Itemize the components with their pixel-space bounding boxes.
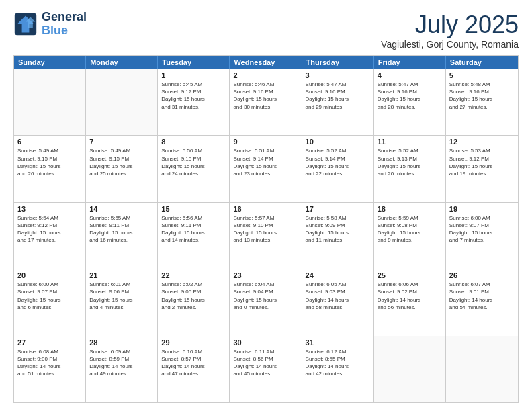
- day-number: 26: [449, 271, 515, 279]
- day-number: 2: [233, 71, 298, 79]
- cell-text: Sunrise: 5:59 AM Sunset: 9:08 PM Dayligh…: [378, 214, 442, 244]
- cell-text: Sunrise: 6:05 AM Sunset: 9:03 PM Dayligh…: [306, 281, 370, 311]
- cell-text: Sunrise: 5:57 AM Sunset: 9:10 PM Dayligh…: [233, 214, 298, 244]
- cell-text: Sunrise: 5:48 AM Sunset: 9:16 PM Dayligh…: [449, 81, 515, 111]
- calendar-body: 1Sunrise: 5:45 AM Sunset: 9:17 PM Daylig…: [14, 69, 518, 402]
- calendar-cell-day-22: 22Sunrise: 6:02 AM Sunset: 9:05 PM Dayli…: [158, 269, 230, 335]
- calendar-cell-day-3: 3Sunrise: 5:47 AM Sunset: 9:16 PM Daylig…: [302, 69, 374, 135]
- cell-text: Sunrise: 6:04 AM Sunset: 9:04 PM Dayligh…: [233, 281, 298, 311]
- calendar-cell-day-19: 19Sunrise: 6:00 AM Sunset: 9:07 PM Dayli…: [446, 203, 518, 269]
- calendar-cell-day-1: 1Sunrise: 5:45 AM Sunset: 9:17 PM Daylig…: [158, 69, 230, 135]
- day-number: 17: [306, 205, 370, 213]
- calendar-cell-day-9: 9Sunrise: 5:51 AM Sunset: 9:14 PM Daylig…: [230, 136, 302, 201]
- header: General Blue July 2025 Vagiulesti, Gorj …: [13, 11, 519, 50]
- day-number: 25: [378, 271, 442, 279]
- cell-text: Sunrise: 5:54 AM Sunset: 9:12 PM Dayligh…: [17, 214, 82, 244]
- day-number: 14: [89, 205, 154, 213]
- day-number: 7: [89, 138, 154, 146]
- calendar-cell-day-25: 25Sunrise: 6:06 AM Sunset: 9:02 PM Dayli…: [374, 269, 446, 335]
- cell-text: Sunrise: 6:06 AM Sunset: 9:02 PM Dayligh…: [378, 281, 442, 311]
- month-title: July 2025: [381, 11, 519, 39]
- cell-text: Sunrise: 6:00 AM Sunset: 9:07 PM Dayligh…: [17, 281, 82, 311]
- calendar-header: SundayMondayTuesdayWednesdayThursdayFrid…: [14, 56, 518, 69]
- day-number: 24: [306, 271, 370, 279]
- calendar-row-2: 6Sunrise: 5:49 AM Sunset: 9:15 PM Daylig…: [14, 136, 518, 202]
- calendar-cell-day-16: 16Sunrise: 5:57 AM Sunset: 9:10 PM Dayli…: [230, 203, 302, 269]
- cell-text: Sunrise: 5:46 AM Sunset: 9:16 PM Dayligh…: [233, 81, 298, 111]
- subtitle: Vagiulesti, Gorj County, Romania: [381, 39, 519, 50]
- cell-text: Sunrise: 5:45 AM Sunset: 9:17 PM Dayligh…: [161, 81, 226, 111]
- cell-text: Sunrise: 6:12 AM Sunset: 8:55 PM Dayligh…: [306, 348, 370, 378]
- calendar-cell-empty: [86, 69, 158, 135]
- day-number: 19: [449, 205, 515, 213]
- calendar-cell-empty: [446, 336, 518, 402]
- cell-text: Sunrise: 6:10 AM Sunset: 8:57 PM Dayligh…: [161, 348, 226, 378]
- calendar-cell-day-8: 8Sunrise: 5:50 AM Sunset: 9:15 PM Daylig…: [158, 136, 230, 201]
- logo-line1: General: [42, 11, 87, 24]
- day-number: 3: [306, 71, 370, 79]
- calendar-cell-day-4: 4Sunrise: 5:47 AM Sunset: 9:16 PM Daylig…: [374, 69, 446, 135]
- logo-line2: Blue: [42, 24, 87, 38]
- calendar-cell-day-29: 29Sunrise: 6:10 AM Sunset: 8:57 PM Dayli…: [158, 336, 230, 402]
- calendar-cell-day-18: 18Sunrise: 5:59 AM Sunset: 9:08 PM Dayli…: [374, 203, 446, 269]
- calendar-cell-day-30: 30Sunrise: 6:11 AM Sunset: 8:56 PM Dayli…: [230, 336, 302, 402]
- day-number: 10: [306, 138, 370, 146]
- cell-text: Sunrise: 6:02 AM Sunset: 9:05 PM Dayligh…: [161, 281, 226, 311]
- calendar-cell-day-26: 26Sunrise: 6:07 AM Sunset: 9:01 PM Dayli…: [446, 269, 518, 335]
- day-number: 15: [161, 205, 226, 213]
- header-day-thursday: Thursday: [302, 56, 374, 69]
- day-number: 8: [161, 138, 226, 146]
- cell-text: Sunrise: 5:51 AM Sunset: 9:14 PM Dayligh…: [233, 147, 298, 177]
- header-day-saturday: Saturday: [446, 56, 518, 69]
- calendar-cell-day-17: 17Sunrise: 5:58 AM Sunset: 9:09 PM Dayli…: [302, 203, 374, 269]
- cell-text: Sunrise: 5:47 AM Sunset: 9:16 PM Dayligh…: [306, 81, 370, 111]
- day-number: 4: [378, 71, 442, 79]
- cell-text: Sunrise: 5:56 AM Sunset: 9:11 PM Dayligh…: [161, 214, 226, 244]
- cell-text: Sunrise: 5:47 AM Sunset: 9:16 PM Dayligh…: [378, 81, 442, 111]
- cell-text: Sunrise: 6:01 AM Sunset: 9:06 PM Dayligh…: [89, 281, 154, 311]
- calendar-cell-day-2: 2Sunrise: 5:46 AM Sunset: 9:16 PM Daylig…: [230, 69, 302, 135]
- day-number: 11: [378, 138, 442, 146]
- calendar-cell-day-31: 31Sunrise: 6:12 AM Sunset: 8:55 PM Dayli…: [302, 336, 374, 402]
- day-number: 16: [233, 205, 298, 213]
- day-number: 29: [161, 338, 226, 347]
- calendar-cell-day-11: 11Sunrise: 5:52 AM Sunset: 9:13 PM Dayli…: [374, 136, 446, 201]
- day-number: 27: [17, 338, 82, 347]
- cell-text: Sunrise: 5:55 AM Sunset: 9:11 PM Dayligh…: [89, 214, 154, 244]
- cell-text: Sunrise: 5:58 AM Sunset: 9:09 PM Dayligh…: [306, 214, 370, 244]
- cell-text: Sunrise: 5:53 AM Sunset: 9:12 PM Dayligh…: [449, 147, 515, 177]
- calendar-row-3: 13Sunrise: 5:54 AM Sunset: 9:12 PM Dayli…: [14, 203, 518, 269]
- cell-text: Sunrise: 5:49 AM Sunset: 9:15 PM Dayligh…: [89, 147, 154, 177]
- logo-icon: [13, 12, 38, 36]
- day-number: 6: [17, 138, 82, 146]
- logo-text: General Blue: [42, 11, 87, 38]
- header-day-monday: Monday: [86, 56, 158, 69]
- calendar-cell-day-10: 10Sunrise: 5:52 AM Sunset: 9:14 PM Dayli…: [302, 136, 374, 201]
- cell-text: Sunrise: 6:08 AM Sunset: 9:00 PM Dayligh…: [17, 348, 82, 378]
- calendar-cell-day-6: 6Sunrise: 5:49 AM Sunset: 9:15 PM Daylig…: [14, 136, 86, 201]
- calendar-cell-empty: [14, 69, 86, 135]
- header-day-sunday: Sunday: [14, 56, 86, 69]
- calendar-cell-day-15: 15Sunrise: 5:56 AM Sunset: 9:11 PM Dayli…: [158, 203, 230, 269]
- calendar-row-1: 1Sunrise: 5:45 AM Sunset: 9:17 PM Daylig…: [14, 69, 518, 136]
- day-number: 5: [449, 71, 515, 79]
- calendar-cell-day-23: 23Sunrise: 6:04 AM Sunset: 9:04 PM Dayli…: [230, 269, 302, 335]
- calendar-cell-day-7: 7Sunrise: 5:49 AM Sunset: 9:15 PM Daylig…: [86, 136, 158, 201]
- cell-text: Sunrise: 6:11 AM Sunset: 8:56 PM Dayligh…: [233, 348, 298, 378]
- calendar-cell-day-21: 21Sunrise: 6:01 AM Sunset: 9:06 PM Dayli…: [86, 269, 158, 335]
- cell-text: Sunrise: 5:50 AM Sunset: 9:15 PM Dayligh…: [161, 147, 226, 177]
- header-day-wednesday: Wednesday: [230, 56, 302, 69]
- day-number: 22: [161, 271, 226, 279]
- day-number: 18: [378, 205, 442, 213]
- calendar-cell-empty: [374, 336, 446, 402]
- day-number: 30: [233, 338, 298, 347]
- day-number: 1: [161, 71, 226, 79]
- day-number: 9: [233, 138, 298, 146]
- calendar-cell-day-13: 13Sunrise: 5:54 AM Sunset: 9:12 PM Dayli…: [14, 203, 86, 269]
- cell-text: Sunrise: 6:00 AM Sunset: 9:07 PM Dayligh…: [449, 214, 515, 244]
- calendar-cell-day-27: 27Sunrise: 6:08 AM Sunset: 9:00 PM Dayli…: [14, 336, 86, 402]
- cell-text: Sunrise: 5:52 AM Sunset: 9:13 PM Dayligh…: [378, 147, 442, 177]
- calendar-cell-day-14: 14Sunrise: 5:55 AM Sunset: 9:11 PM Dayli…: [86, 203, 158, 269]
- logo: General Blue: [13, 11, 87, 38]
- day-number: 13: [17, 205, 82, 213]
